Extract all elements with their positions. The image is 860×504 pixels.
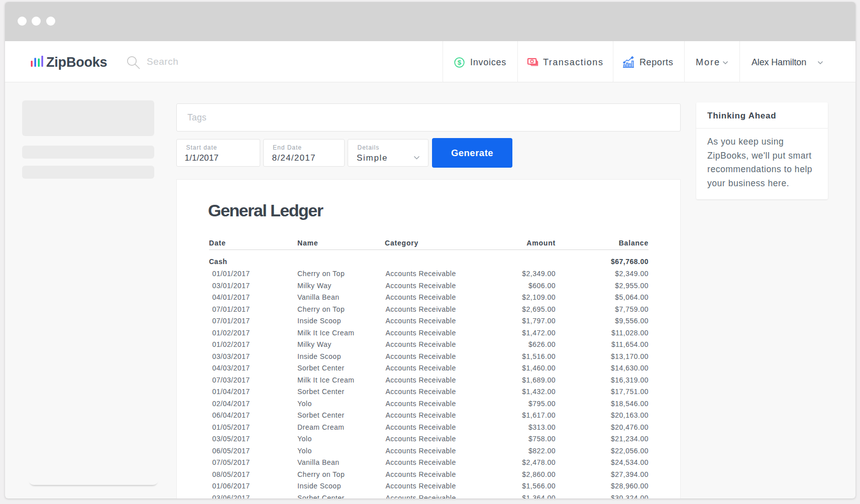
svg-text:$: $ bbox=[458, 59, 462, 66]
